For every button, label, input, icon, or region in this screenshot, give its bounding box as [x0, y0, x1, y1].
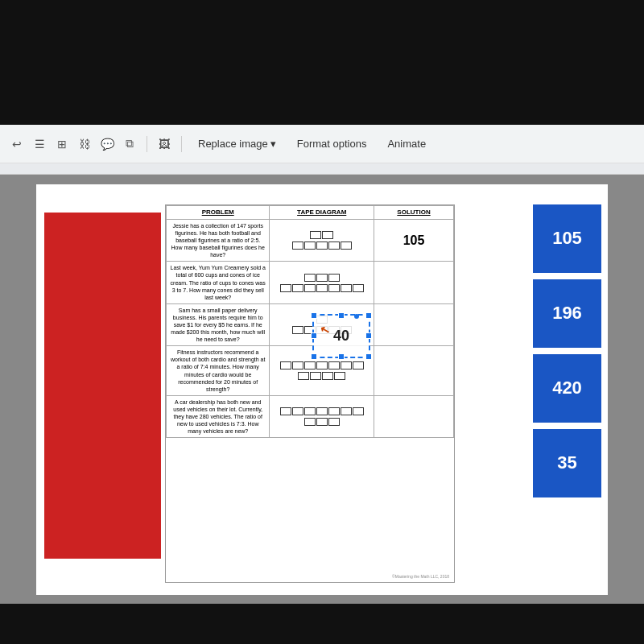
table-row: Jessie has a collection of 147 sports fi… [167, 219, 454, 261]
handle-ml[interactable] [311, 332, 317, 339]
handle-bl[interactable] [311, 353, 317, 360]
problem-text-1: Jessie has a collection of 147 sports fi… [167, 219, 270, 261]
blue-box-value-4: 35 [557, 452, 576, 473]
bottom-dark-bar [0, 604, 644, 644]
solution-5 [374, 395, 454, 437]
crop-icon[interactable]: ⧉ [121, 135, 138, 153]
table-row: A car dealership has both new and used v… [167, 395, 454, 437]
undo-icon[interactable]: ↩ [8, 135, 26, 153]
col-header-diagram: TAPE DIAGRAM [270, 205, 374, 219]
ruler [0, 163, 644, 175]
blue-box-value-1: 105 [552, 228, 582, 249]
cursor-icon: ↖ [319, 323, 332, 338]
toolbar: ↩ ☰ ⊞ ⛓ 💬 ⧉ 🖼 Replace image ▾ Format opt… [0, 125, 644, 163]
problem-text-5: A car dealership has both new and used v… [167, 395, 270, 437]
comment-icon[interactable]: 💬 [98, 135, 116, 153]
slide-area: PROBLEM TAPE DIAGRAM SOLUTION Jessie has… [0, 175, 644, 604]
handle-br[interactable] [365, 353, 372, 360]
replace-image-button[interactable]: Replace image ▾ [190, 134, 284, 153]
separator-1 [147, 136, 147, 152]
blue-box-value-3: 420 [552, 378, 582, 398]
diagram-2 [270, 262, 374, 303]
format-options-button[interactable]: Format options [289, 134, 375, 153]
diagram-5 [270, 395, 374, 437]
animate-label: Animate [387, 138, 426, 150]
slide: PROBLEM TAPE DIAGRAM SOLUTION Jessie has… [36, 184, 608, 595]
table-row: Sam has a small paper delivery business.… [167, 303, 454, 345]
connection-dot [354, 314, 359, 319]
handle-tl[interactable] [311, 312, 317, 319]
format-options-label: Format options [297, 138, 367, 150]
table-row: Last week, Yum Yum Creamery sold a total… [167, 262, 454, 303]
left-red-bar [44, 213, 161, 559]
blue-box-2: 196 [533, 279, 601, 348]
solution-4 [374, 346, 454, 396]
handle-tm[interactable] [338, 312, 345, 319]
solution-1: 105 [374, 219, 454, 261]
col-header-solution: SOLUTION [374, 205, 454, 219]
watermark: ©Mastering the Math LLC, 2018 [392, 574, 449, 579]
solution-3 [374, 303, 454, 345]
problem-text-4: Fitness instructors recommend a workout … [167, 346, 270, 396]
col-header-problem: PROBLEM [167, 205, 270, 219]
problem-text-3: Sam has a small paper delivery business.… [167, 303, 270, 345]
problem-text-2: Last week, Yum Yum Creamery sold a total… [167, 262, 270, 303]
image-icon[interactable]: 🖼 [155, 135, 173, 153]
handle-tr[interactable] [365, 312, 372, 319]
animate-button[interactable]: Animate [379, 134, 434, 153]
diagram-3: 40 ↖ [270, 303, 374, 345]
dropdown-arrow-icon: ▾ [270, 138, 276, 150]
blue-box-3: 420 [533, 354, 601, 423]
blue-box-1: 105 [533, 204, 601, 273]
top-dark-bar [0, 0, 644, 125]
handle-mr[interactable] [365, 332, 372, 339]
diagram-1 [270, 219, 374, 261]
solution-2 [374, 262, 454, 303]
list-icon[interactable]: ☰ [31, 135, 48, 153]
replace-image-label: Replace image [198, 138, 268, 150]
blue-box-value-2: 196 [552, 303, 582, 324]
table-row: Fitness instructors recommend a workout … [167, 346, 454, 396]
grid-icon[interactable]: ⊞ [53, 135, 71, 153]
blue-box-4: 35 [533, 429, 601, 497]
separator-2 [181, 136, 182, 152]
worksheet-table: PROBLEM TAPE DIAGRAM SOLUTION Jessie has… [165, 204, 455, 583]
selected-text-box[interactable]: 40 ↖ [312, 314, 370, 358]
handle-bm[interactable] [338, 353, 345, 360]
link-icon[interactable]: ⛓ [76, 135, 93, 153]
right-blue-column: 105 196 420 35 [533, 204, 601, 497]
